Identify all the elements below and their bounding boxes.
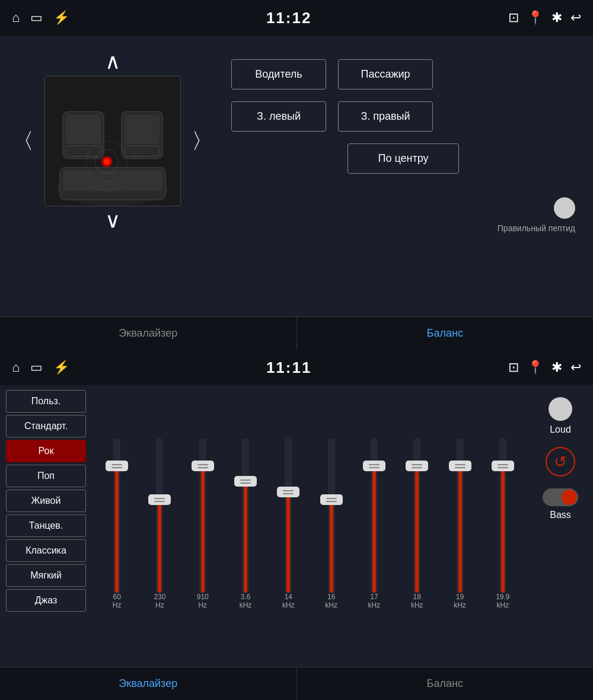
tab-balance-top[interactable]: Баланс [297, 317, 594, 350]
slider-handle-9[interactable] [492, 461, 514, 471]
tab-balance-bottom[interactable]: Баланс [297, 667, 594, 700]
freq-label-6: 17kHz [355, 593, 393, 609]
slider-handle-8[interactable] [449, 461, 471, 471]
top-status-bar: ⌂ ▭ ⚡ 11:12 ⊡ 📍 ✱ ↩ [0, 0, 593, 36]
seat-mid-row: З. левый З. правый [231, 101, 575, 132]
slider-fill-9 [501, 466, 505, 593]
location-icon[interactable]: 📍 [527, 10, 543, 25]
preset-item-6[interactable]: Классика [6, 539, 86, 562]
seat-nav: 〈 [8, 76, 218, 206]
preset-item-1[interactable]: Стандарт. [6, 415, 86, 437]
arrow-left-button[interactable]: 〈 [8, 127, 39, 156]
slider-fill-6 [372, 466, 376, 593]
slider-handle-7[interactable] [406, 461, 428, 471]
svg-rect-7 [125, 146, 160, 156]
slider-fill-3 [244, 482, 247, 593]
rear-right-button[interactable]: З. правый [338, 101, 433, 132]
cast-icon[interactable]: ⊡ [508, 10, 519, 25]
bottom-status-bar: ⌂ ▭ ⚡ 11:11 ⊡ 📍 ✱ ↩ [0, 350, 593, 385]
freq-label-9: 19.9kHz [484, 593, 522, 609]
loud-toggle[interactable] [549, 397, 572, 421]
bass-toggle[interactable] [543, 488, 578, 506]
slider-fill-2 [201, 466, 205, 593]
toggle-circle[interactable] [554, 197, 575, 219]
svg-rect-3 [66, 114, 101, 144]
arrow-up-button[interactable]: ∧ [93, 47, 132, 76]
bottom-tab-bar: Эквалайзер Баланс [0, 667, 593, 700]
slider-track-2[interactable] [199, 439, 206, 593]
top-right-icons: ⊡ 📍 ✱ ↩ [508, 10, 581, 25]
home-icon[interactable]: ⌂ [12, 10, 20, 25]
svg-rect-4 [66, 146, 101, 156]
slider-track-1[interactable] [156, 439, 163, 593]
preset-item-8[interactable]: Джаз [6, 589, 86, 612]
preset-item-5[interactable]: Танцев. [6, 514, 86, 537]
slider-track-5[interactable] [328, 439, 335, 593]
toggle-section: Правильный пептид [231, 197, 575, 233]
passenger-button[interactable]: Пассажир [338, 59, 433, 90]
tab-equalizer-bottom[interactable]: Эквалайзер [0, 667, 297, 700]
preset-item-7[interactable]: Мягкий [6, 564, 86, 587]
slider-col-5 [312, 439, 350, 593]
driver-button[interactable]: Водитель [231, 59, 326, 90]
top-panel: ⌂ ▭ ⚡ 11:12 ⊡ 📍 ✱ ↩ ∧ 〈 [0, 0, 593, 350]
slider-handle-0[interactable] [106, 461, 128, 471]
slider-track-3[interactable] [242, 439, 249, 593]
arrow-right-button[interactable]: 〉 [187, 127, 218, 156]
toggle-label: Правильный пептид [498, 223, 575, 233]
slider-track-4[interactable] [285, 439, 292, 593]
loud-section: Loud [549, 397, 572, 435]
slider-track-7[interactable] [413, 439, 420, 593]
screen-icon[interactable]: ▭ [30, 10, 43, 25]
back-icon[interactable]: ↩ [570, 10, 581, 25]
slider-handle-4[interactable] [277, 487, 299, 497]
bass-section: Bass [543, 488, 578, 520]
preset-item-2[interactable]: Рок [6, 440, 86, 462]
eq-right-controls: Loud ↺ Bass [528, 385, 593, 670]
bottom-panel: ⌂ ▭ ⚡ 11:11 ⊡ 📍 ✱ ↩ Польз.Стандарт.РокПо… [0, 350, 593, 700]
preset-item-4[interactable]: Живой [6, 490, 86, 512]
freq-label-2: 910Hz [184, 593, 222, 609]
freq-label-5: 16kHz [312, 593, 350, 609]
center-button[interactable]: По центру [347, 143, 458, 174]
usb-icon[interactable]: ⚡ [53, 10, 69, 25]
bass-toggle-knob [562, 490, 577, 505]
usb-icon-b[interactable]: ⚡ [53, 360, 69, 375]
top-tab-bar: Эквалайзер Баланс [0, 317, 593, 350]
arrow-down-button[interactable]: ∨ [93, 206, 132, 235]
preset-list: Польз.Стандарт.РокПопЖивойТанцев.Классик… [0, 385, 92, 670]
freq-label-4: 14kHz [269, 593, 307, 609]
back-icon-b[interactable]: ↩ [570, 360, 581, 375]
cast-icon-b[interactable]: ⊡ [508, 360, 519, 375]
bass-label: Bass [550, 510, 571, 520]
bluetooth-icon-b[interactable]: ✱ [551, 360, 562, 375]
slider-track-8[interactable] [457, 439, 464, 593]
slider-track-9[interactable] [499, 439, 506, 593]
slider-handle-3[interactable] [234, 476, 257, 487]
slider-col-6 [355, 439, 393, 593]
slider-col-3 [227, 439, 264, 593]
slider-handle-1[interactable] [148, 494, 171, 505]
preset-item-3[interactable]: Поп [6, 465, 86, 487]
reset-button[interactable]: ↺ [546, 447, 575, 477]
bottom-time: 11:11 [266, 359, 312, 377]
location-icon-b[interactable]: 📍 [527, 360, 543, 375]
slider-track-6[interactable] [371, 439, 378, 593]
slider-fill-7 [415, 466, 419, 593]
slider-track-0[interactable] [113, 439, 120, 593]
slider-handle-6[interactable] [363, 461, 385, 471]
bluetooth-icon[interactable]: ✱ [551, 10, 562, 25]
tab-equalizer-top[interactable]: Эквалайзер [0, 317, 297, 350]
screen-icon-b[interactable]: ▭ [30, 360, 43, 375]
seat-image [44, 76, 181, 206]
top-left-icons: ⌂ ▭ ⚡ [12, 10, 69, 25]
slider-fill-0 [115, 466, 119, 593]
slider-col-8 [441, 439, 479, 593]
home-icon-b[interactable]: ⌂ [12, 360, 20, 375]
preset-item-0[interactable]: Польз. [6, 390, 86, 413]
slider-fill-5 [330, 500, 333, 593]
sliders-container [98, 391, 522, 593]
slider-handle-2[interactable] [192, 461, 214, 471]
slider-handle-5[interactable] [320, 494, 343, 505]
rear-left-button[interactable]: З. левый [231, 101, 326, 132]
